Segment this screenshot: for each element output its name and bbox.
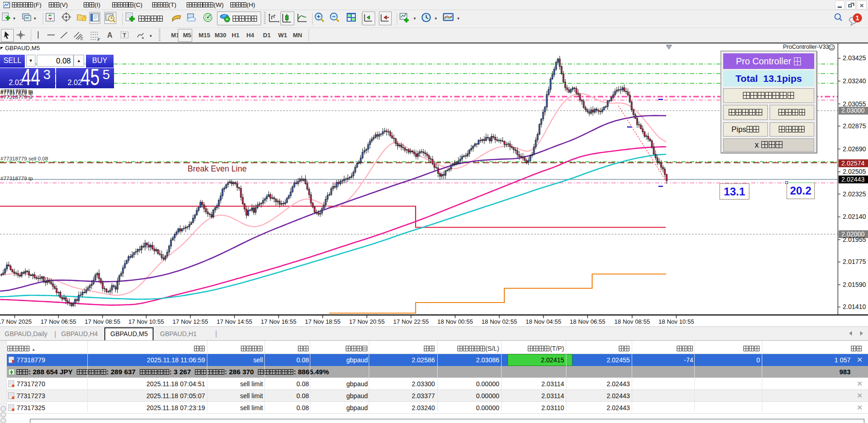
svg-text:2.02325: 2.02325 [843,190,866,198]
svg-text:F: F [97,37,100,42]
svg-text:17 Nov 08:55: 17 Nov 08:55 [85,318,120,325]
svg-text:A: A [107,31,113,39]
svg-text:2.02574: 2.02574 [841,160,865,167]
svg-text:17 Nov 16:55: 17 Nov 16:55 [261,318,296,325]
svg-text:18 Nov 10:55: 18 Nov 10:55 [658,318,694,325]
svg-text:2.03425: 2.03425 [843,54,866,62]
svg-text:2.01775: 2.01775 [843,258,866,265]
svg-text:E: E [80,36,84,41]
svg-text:17 Nov 12:55: 17 Nov 12:55 [172,318,208,325]
svg-text:2.01955: 2.01955 [843,236,866,243]
svg-text:18 Nov 08:55: 18 Nov 08:55 [614,318,650,325]
svg-text:#77318779 sl: #77318779 sl [0,94,32,100]
svg-text:18 Nov 06:55: 18 Nov 06:55 [570,318,605,325]
svg-text:T: T [123,32,126,39]
svg-text:2.02505: 2.02505 [843,168,866,175]
svg-text:2.03240: 2.03240 [843,77,866,85]
svg-text:17 Nov 18:55: 17 Nov 18:55 [305,318,340,325]
svg-text:17 Nov 14:55: 17 Nov 14:55 [217,318,252,325]
svg-text:17 Nov 22:55: 17 Nov 22:55 [393,318,428,325]
svg-text:2.02875: 2.02875 [843,122,866,130]
svg-text:17 Nov 06:55: 17 Nov 06:55 [40,318,76,325]
svg-text:#77318779 sell 0.08: #77318779 sell 0.08 [0,156,48,161]
svg-text:2.03000: 2.03000 [841,107,865,114]
svg-text:2.01590: 2.01590 [843,281,866,288]
svg-text:Break Even Line: Break Even Line [188,164,246,173]
svg-text:2.03055: 2.03055 [843,100,866,108]
svg-text:2.02140: 2.02140 [843,213,866,220]
svg-text:17 Nov 10:55: 17 Nov 10:55 [128,318,164,325]
svg-text:17 Nov 2025: 17 Nov 2025 [0,318,32,325]
svg-text:18 Nov 04:55: 18 Nov 04:55 [525,318,561,325]
svg-text:2.02443: 2.02443 [841,176,865,183]
svg-text:17 Nov 20:55: 17 Nov 20:55 [349,318,384,325]
svg-text:18 Nov 02:55: 18 Nov 02:55 [481,318,517,325]
svg-text:2.01410: 2.01410 [843,303,866,310]
svg-text:18 Nov 00:55: 18 Nov 00:55 [437,318,473,325]
svg-text:2.02690: 2.02690 [843,145,866,153]
svg-text:#77318779 tp: #77318779 tp [0,176,33,181]
